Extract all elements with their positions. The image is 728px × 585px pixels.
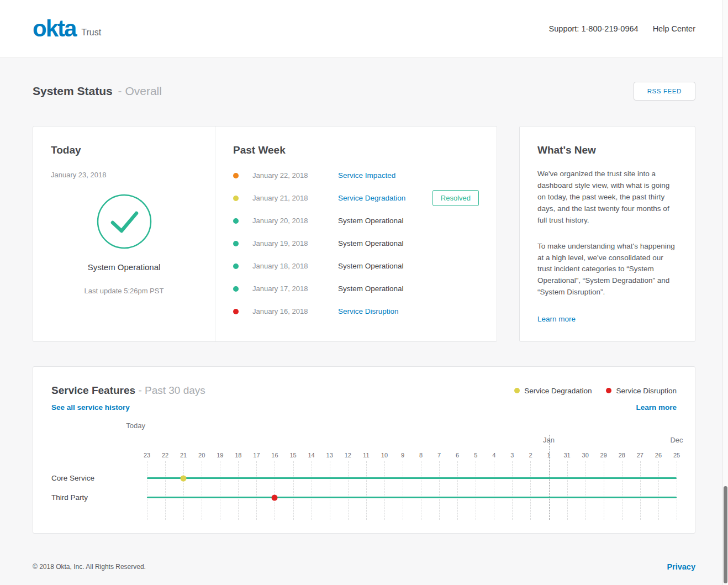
axis-day-label: 21 (180, 452, 187, 458)
gridline (312, 461, 312, 520)
okta-logo-text: okta (33, 18, 76, 39)
past-week-date: January 16, 2018 (252, 307, 338, 315)
features-learn-more-link[interactable]: Learn more (636, 403, 677, 412)
okta-logo[interactable]: okta Trust (33, 18, 101, 39)
gridline (183, 461, 184, 520)
axis-day-label: 6 (456, 452, 459, 458)
past-week-date: January 21, 2018 (252, 194, 338, 202)
incident-dot-degradation[interactable] (181, 475, 187, 481)
past-week-date: January 18, 2018 (252, 262, 338, 270)
past-week-date: January 17, 2018 (252, 284, 338, 293)
gridline (330, 461, 330, 520)
legend-label: Service Disruption (616, 387, 677, 395)
privacy-link[interactable]: Privacy (667, 562, 695, 571)
gridline (567, 461, 568, 520)
gridline (256, 461, 257, 520)
past-week-status[interactable]: Service Degradation (338, 194, 405, 202)
past-week-status[interactable]: Service Impacted (338, 171, 395, 180)
legend-dot-degradation (514, 388, 520, 393)
status-dot-disruption (233, 309, 239, 314)
gridline (677, 461, 677, 520)
past-week-row: January 21, 2018Service DegradationResol… (233, 187, 479, 209)
axis-day-label: 19 (217, 452, 223, 458)
today-panel: Today January 23, 2018 System Operationa… (33, 127, 215, 341)
axis-day-label: 22 (162, 452, 168, 458)
resolved-badge: Resolved (432, 190, 479, 206)
past-week-row: January 18, 2018System Operational (233, 255, 479, 277)
axis-day-label: 8 (419, 452, 423, 458)
chart-plot: 2322212019181716151413121110987654321313… (147, 421, 677, 520)
gridline (165, 461, 166, 520)
whats-new-learn-more-link[interactable]: Learn more (537, 315, 576, 323)
operational-check-badge (97, 194, 152, 249)
gridline (421, 461, 421, 520)
scrollbar-track[interactable] (722, 0, 728, 585)
service-timeline-chart: Core ServiceThird Party 2322212019181716… (51, 421, 677, 520)
axis-day-label: 20 (198, 452, 205, 458)
see-all-service-history-link[interactable]: See all service history (51, 403, 130, 412)
status-dot-operational (233, 241, 239, 246)
chart-row-labels: Core ServiceThird Party (51, 421, 147, 520)
chart-today-label: Today (126, 421, 145, 430)
axis-day-label: 13 (326, 452, 333, 458)
whats-new-panel: What's New We've organized the trust sit… (519, 126, 695, 342)
service-features-header: Service Features - Past 30 days Service … (51, 384, 677, 397)
rss-feed-button[interactable]: RSS FEED (634, 82, 695, 101)
axis-day-label: 28 (619, 452, 625, 458)
past-week-date: January 19, 2018 (252, 239, 338, 247)
page-title: System Status - Overall (33, 85, 162, 98)
gridline (384, 461, 385, 520)
past-week-date: January 20, 2018 (252, 217, 338, 225)
incident-dot-disruption[interactable] (272, 494, 278, 500)
gridline (238, 461, 239, 520)
past-week-row: January 22, 2018Service Impacted (233, 164, 479, 187)
past-week-heading: Past Week (233, 144, 479, 156)
past-week-panel: Past Week January 22, 2018Service Impact… (215, 127, 497, 341)
past-week-status[interactable]: Service Disruption (338, 307, 399, 315)
gridline (512, 461, 513, 520)
axis-day-label: 10 (381, 452, 388, 458)
axis-day-label: 3 (510, 452, 514, 458)
legend-dot-disruption (606, 388, 611, 393)
past-week-date: January 22, 2018 (252, 171, 338, 180)
gridline (640, 461, 641, 520)
service-features-subtitle: - Past 30 days (138, 384, 205, 396)
gridline (293, 461, 294, 520)
service-features-title-text: Service Features (51, 384, 135, 396)
gridline (202, 461, 202, 520)
axis-day-label: 16 (271, 452, 278, 458)
axis-day-label: 30 (582, 452, 589, 458)
legend-item-disruption: Service Disruption (606, 387, 677, 395)
axis-month-label: Dec (670, 436, 683, 444)
check-circle (98, 195, 151, 248)
axis-day-label: 18 (235, 452, 241, 458)
past-week-row: January 20, 2018System Operational (233, 209, 479, 232)
past-week-status: System Operational (338, 239, 404, 247)
page-title-subtitle: - Overall (118, 85, 162, 97)
footer: © 2018 Okta, Inc. All Rights Reserved. P… (33, 562, 695, 571)
today-date: January 23, 2018 (51, 171, 197, 179)
axis-day-label: 4 (492, 452, 495, 458)
gridline (530, 461, 531, 520)
status-dot-operational (233, 263, 239, 269)
support-phone: Support: 1-800-219-0964 (549, 24, 639, 33)
scrollbar-thumb[interactable] (724, 486, 727, 583)
gridline (147, 461, 147, 520)
gridline (457, 461, 458, 520)
logo-trust-label: Trust (81, 28, 101, 39)
chart-row-label: Core Service (51, 474, 94, 483)
last-update-text: Last update 5:26pm PST (51, 287, 197, 295)
title-row: System Status - Overall RSS FEED (33, 82, 695, 101)
check-mark (113, 213, 136, 231)
service-timeline (147, 477, 677, 479)
status-dot-impacted (233, 173, 239, 178)
whats-new-paragraph-1: We've organized the trust site into a da… (537, 168, 677, 226)
past-week-status: System Operational (338, 217, 404, 225)
axis-day-label: 2 (529, 452, 532, 458)
help-center-link[interactable]: Help Center (653, 24, 695, 33)
axis-month-label: Jan (543, 436, 555, 444)
site-header: okta Trust Support: 1-800-219-0964 Help … (0, 0, 728, 57)
copyright-text: © 2018 Okta, Inc. All Rights Reserved. (33, 563, 146, 571)
today-status-text: System Operational (51, 262, 197, 272)
page-title-text: System Status (33, 85, 113, 97)
